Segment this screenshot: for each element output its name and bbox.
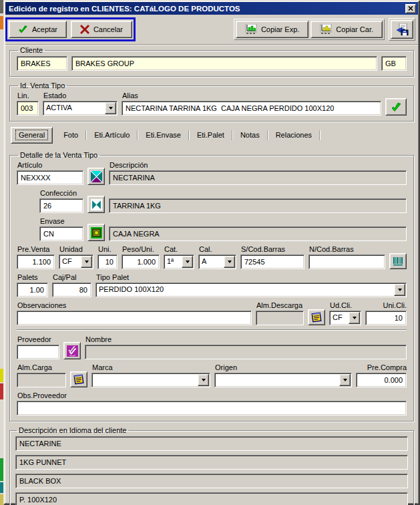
pre-compra-field[interactable] [356, 373, 407, 387]
chevron-down-icon [186, 261, 190, 263]
observaciones-field[interactable] [17, 311, 252, 325]
alm-descarga-note-button[interactable] [308, 309, 325, 325]
idioma-line-2: 1KG PUNNET [15, 455, 408, 470]
nombre-label: Nombre [85, 335, 407, 343]
confeccion-lookup-button[interactable] [87, 196, 105, 213]
envase-label: Envase [40, 217, 83, 225]
articulo-field[interactable] [17, 170, 83, 185]
cancel-button[interactable]: Cancelar [71, 21, 132, 38]
envase-desc-field: CAJA NEGRA [109, 226, 407, 241]
tab-relaciones-label: Relaciones [276, 131, 312, 139]
observaciones-label: Observaciones [17, 301, 252, 309]
cliente-legend: Cliente [18, 46, 45, 54]
export-save-button[interactable] [391, 20, 413, 39]
alias-label: Alias [122, 92, 381, 100]
proveedor-label: Proveedor [17, 335, 59, 343]
default-button-frame: Aceptar Cancelar [5, 17, 136, 41]
envase-lookup-button[interactable] [87, 224, 105, 241]
alias-field[interactable] [122, 101, 381, 116]
uni-cli-field[interactable] [365, 311, 407, 325]
tab-relaciones[interactable]: Relaciones [268, 128, 320, 142]
cliente-name-field[interactable] [71, 56, 377, 71]
tab-notas[interactable]: Notas [232, 128, 268, 142]
chevron-down-icon [202, 379, 206, 381]
alm-carga-note-button[interactable] [70, 371, 87, 387]
marca-dropdown-button[interactable] [198, 374, 209, 386]
descripcion-label: Descripción [110, 161, 407, 169]
estado-combo[interactable]: ACTIVA [43, 101, 118, 116]
tab-notas-label: Notas [240, 131, 260, 139]
accept-button[interactable]: Aceptar [9, 21, 67, 38]
origen-dropdown-button[interactable] [339, 374, 351, 386]
tab-eti-envase-label: Eti.Envase [146, 131, 181, 139]
uni-field[interactable] [97, 255, 118, 269]
tipo-palet-dropdown-button[interactable] [394, 284, 405, 296]
unidad-combo[interactable]: CF [59, 255, 93, 269]
peso-uni-label: Peso/Uni. [122, 245, 160, 253]
marca-combo[interactable] [91, 373, 210, 387]
chevron-down-icon [228, 261, 232, 263]
cliente-country-field[interactable] [381, 56, 407, 71]
palets-field[interactable] [17, 283, 48, 297]
tab-eti-envase[interactable]: Eti.Envase [138, 128, 189, 142]
lin-field[interactable] [17, 101, 39, 116]
copy-buttons-panel: Copiar Exp. Copiar Car. [234, 19, 385, 40]
cal-dropdown-button[interactable] [224, 256, 235, 268]
origen-label: Origen [215, 363, 352, 371]
tab-eti-articulo[interactable]: Eti.Artículo [86, 128, 138, 142]
obs-proveedor-field[interactable] [17, 401, 407, 415]
copy-exp-button[interactable]: Copiar Exp. [236, 21, 308, 38]
estado-dropdown-button[interactable] [105, 102, 116, 114]
caj-pal-label: Caj/Pal [53, 273, 91, 281]
cat-dropdown-button[interactable] [182, 256, 193, 268]
cat-value: 1ª [165, 256, 182, 268]
nombre-field [85, 345, 407, 359]
bar-chart-green-icon [245, 24, 257, 35]
envase-field[interactable] [39, 226, 83, 241]
green-check-icon [391, 102, 401, 112]
bar-chart-yellow-icon [320, 24, 332, 35]
proveedor-verify-button[interactable] [63, 342, 81, 359]
copy-car-button[interactable]: Copiar Car. [310, 21, 383, 38]
alm-carga-field [17, 373, 66, 387]
pre-venta-field[interactable] [17, 255, 55, 269]
barcode-button[interactable] [389, 253, 407, 269]
tab-foto-label: Foto [63, 131, 78, 139]
peso-uni-field[interactable] [122, 255, 160, 269]
export-panel [389, 18, 415, 41]
marca-label: Marca [92, 363, 210, 371]
ud-cli-combo[interactable]: CF [329, 311, 361, 325]
idioma-legend: Descripción en Idioma del cliente [17, 426, 128, 434]
n-cod-barras-field[interactable] [308, 255, 385, 269]
tab-eti-palet[interactable]: Eti.Palet [189, 128, 232, 142]
s-cod-barras-field[interactable] [240, 255, 304, 269]
triangles-lookup-icon [91, 171, 102, 182]
dialog-window: Edición de registro en CLIENTES: CATáLOG… [3, 0, 420, 505]
notepad-icon [73, 373, 85, 385]
cat-combo[interactable]: 1ª [164, 255, 194, 269]
copy-car-label: Copiar Car. [336, 25, 373, 33]
caj-pal-field[interactable] [52, 283, 91, 297]
idioma-line-3: BLACK BOX [15, 474, 408, 488]
tab-foto[interactable]: Foto [55, 128, 86, 142]
palets-label: Palets [17, 273, 48, 281]
alias-confirm-button[interactable] [385, 98, 407, 116]
unidad-dropdown-button[interactable] [81, 256, 92, 268]
tab-general[interactable]: General [11, 127, 53, 144]
articulo-lookup-button[interactable] [87, 168, 105, 185]
proveedor-field[interactable] [17, 345, 59, 359]
confeccion-label: Confección [40, 189, 83, 197]
cliente-code-field[interactable] [17, 56, 67, 71]
tab-general-label: General [15, 130, 48, 140]
chevron-down-icon [353, 317, 357, 319]
tipo-palet-combo[interactable]: PERDIDO 100X120 [95, 283, 407, 297]
pre-venta-label: Pre.Venta [17, 245, 55, 253]
toolbar: Aceptar Cancelar [5, 15, 418, 45]
origen-combo[interactable] [214, 373, 352, 387]
close-button[interactable] [405, 4, 416, 13]
ud-cli-dropdown-button[interactable] [349, 312, 360, 324]
tab-eti-articulo-label: Eti.Artículo [94, 131, 130, 139]
alm-descarga-label: Alm.Descarga [256, 301, 304, 309]
confeccion-field[interactable] [39, 198, 83, 213]
cal-combo[interactable]: A [198, 255, 236, 269]
